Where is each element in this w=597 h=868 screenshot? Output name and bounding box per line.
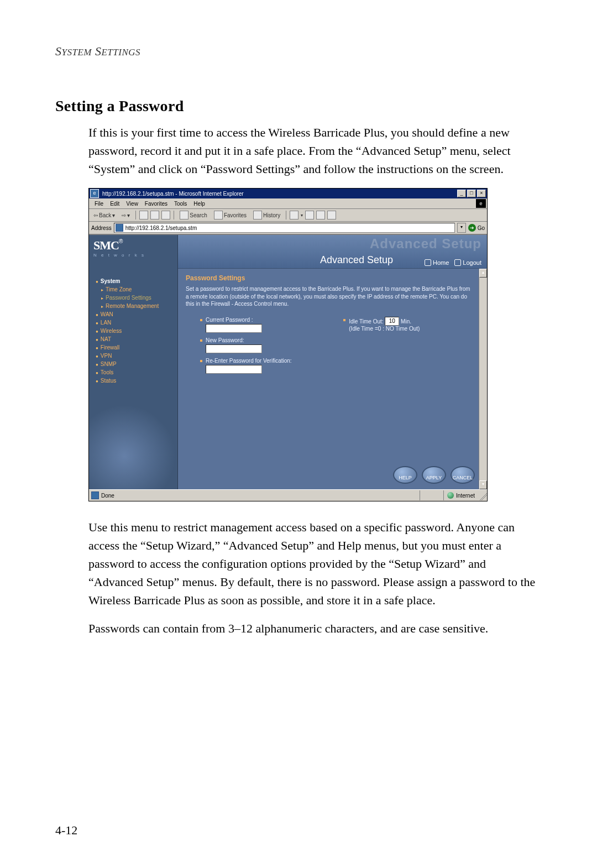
address-dropdown-button[interactable]: ▾: [457, 223, 466, 233]
bullet-icon: ●: [96, 329, 98, 334]
help-button[interactable]: HELP: [393, 466, 417, 484]
home-icon[interactable]: [161, 211, 170, 219]
menu-view[interactable]: View: [123, 201, 142, 207]
favorites-button[interactable]: Favorites: [212, 211, 249, 219]
resize-grip-icon[interactable]: [478, 490, 487, 500]
home-link[interactable]: Home: [425, 259, 449, 266]
close-button[interactable]: ×: [477, 190, 486, 197]
idle-timeout-input[interactable]: 10: [385, 317, 399, 326]
bullet-icon: [200, 319, 202, 321]
vertical-scrollbar[interactable]: ▴ ▾: [479, 269, 487, 489]
menu-tools[interactable]: Tools: [171, 201, 190, 207]
statusbar: Done Internet: [89, 489, 487, 501]
back-button[interactable]: ⇦ Back ▾: [91, 212, 117, 218]
nav-tools[interactable]: ●Tools: [89, 368, 177, 377]
nav-vpn[interactable]: ●VPN: [89, 352, 177, 360]
intro-paragraph: If this is your first time to access the…: [88, 123, 542, 178]
idle-timeout-unit: Min.: [401, 318, 411, 324]
bullet-icon: ●: [96, 312, 98, 317]
brand-subtitle: N e t w o r k s: [93, 253, 173, 258]
ie-page-icon: [116, 224, 123, 232]
password-form: Current Password : New Password:: [178, 313, 487, 378]
globe-icon: [447, 492, 454, 499]
chevron-down-icon: ▾: [301, 213, 303, 218]
back-arrow-icon: ⇦: [93, 212, 98, 218]
new-password-row: New Password:: [200, 337, 343, 353]
addressbar: Address http://192.168.2.1/setupa.stm ▾ …: [89, 222, 487, 234]
nav-system[interactable]: ●System: [89, 277, 177, 285]
mail-icon[interactable]: [290, 211, 298, 219]
nav-snmp[interactable]: ●SNMP: [89, 360, 177, 368]
home-icon: [425, 259, 431, 266]
bullet-icon: ●: [96, 337, 98, 342]
menu-file[interactable]: File: [91, 201, 107, 207]
panel-description: Set a password to restrict management ac…: [178, 285, 487, 313]
stop-icon[interactable]: [139, 211, 148, 219]
bullet-icon: ●: [96, 362, 98, 367]
menu-edit[interactable]: Edit: [107, 201, 123, 207]
banner-watermark: Advanced Setup: [370, 236, 481, 252]
new-password-label: New Password:: [206, 337, 343, 343]
scroll-down-button[interactable]: ▾: [479, 480, 487, 489]
nav-lan[interactable]: ●LAN: [89, 318, 177, 327]
brand: SMC® N e t w o r k s: [89, 235, 177, 275]
bullet-icon: ▸: [101, 287, 103, 292]
go-button[interactable]: ➔ Go: [468, 224, 485, 232]
discuss-icon[interactable]: [327, 211, 336, 219]
idle-timeout-row: Idle Time Out: 10 Min. (Idle Time =0 : N…: [343, 317, 474, 332]
apply-button[interactable]: APPLY: [422, 466, 446, 484]
nav-wan[interactable]: ●WAN: [89, 310, 177, 318]
maximize-button[interactable]: □: [467, 190, 476, 197]
scroll-region: Password Settings Set a password to rest…: [178, 268, 487, 489]
bullet-icon: ▸: [101, 296, 103, 301]
brand-registered-icon: ®: [119, 238, 123, 244]
new-password-input[interactable]: [206, 344, 262, 353]
main-panel: Advanced Setup Advanced Setup Home Logou…: [178, 235, 487, 489]
page-number: 4-12: [55, 823, 77, 838]
print-icon[interactable]: [305, 211, 314, 219]
nav-password-settings[interactable]: ▸Password Settings: [89, 294, 177, 302]
chevron-down-icon: ▾: [112, 212, 115, 218]
current-password-input[interactable]: [206, 324, 262, 333]
reenter-password-input[interactable]: [206, 365, 262, 374]
refresh-icon[interactable]: [150, 211, 159, 219]
menu-help[interactable]: Help: [190, 201, 208, 207]
toolbar: ⇦ Back ▾ ⇨ ▾ Search Favorites: [89, 209, 487, 222]
search-icon: [180, 211, 188, 219]
sidebar: SMC® N e t w o r k s ●System ▸Time Zone …: [89, 235, 178, 489]
nav-wireless[interactable]: ●Wireless: [89, 327, 177, 335]
reenter-password-row: Re-Enter Password for Verification:: [200, 358, 343, 374]
bullet-icon: [200, 339, 202, 342]
forward-arrow-icon: ⇨: [122, 212, 126, 218]
nav-time-zone[interactable]: ▸Time Zone: [89, 285, 177, 294]
bullet-icon: ●: [96, 321, 98, 326]
after-paragraph-1: Use this menu to restrict management acc…: [88, 518, 542, 609]
nav-status[interactable]: ●Status: [89, 377, 177, 385]
go-icon: ➔: [468, 224, 476, 232]
cancel-button[interactable]: CANCEL: [451, 466, 475, 484]
history-button[interactable]: History: [251, 211, 282, 219]
menu-favorites[interactable]: Favorites: [142, 201, 171, 207]
window-title: http://192.168.2.1/setupa.stm - Microsof…: [101, 191, 456, 197]
ie-page-icon: e: [90, 189, 99, 198]
banner-title: Advanced Setup: [320, 254, 393, 266]
brand-name: SMC: [93, 238, 119, 252]
nav-nat[interactable]: ●NAT: [89, 335, 177, 343]
panel-title: Password Settings: [178, 269, 487, 285]
bullet-icon: ●: [96, 346, 98, 351]
footer-buttons: HELP APPLY CANCEL: [393, 466, 475, 484]
nav-firewall[interactable]: ●Firewall: [89, 343, 177, 352]
search-button[interactable]: Search: [177, 211, 210, 219]
scroll-up-button[interactable]: ▴: [479, 269, 487, 278]
logout-link[interactable]: Logout: [454, 259, 481, 266]
address-input[interactable]: http://192.168.2.1/setupa.stm: [114, 223, 455, 233]
nav-remote-management[interactable]: ▸Remote Management: [89, 302, 177, 310]
edit-icon[interactable]: [316, 211, 325, 219]
minimize-button[interactable]: _: [457, 190, 466, 197]
current-password-label: Current Password :: [206, 317, 343, 323]
history-icon: [253, 211, 262, 219]
reenter-password-label: Re-Enter Password for Verification:: [206, 358, 343, 364]
bullet-icon: [200, 360, 202, 362]
banner: Advanced Setup Advanced Setup Home Logou…: [178, 235, 487, 268]
forward-button[interactable]: ⇨ ▾: [119, 212, 132, 218]
